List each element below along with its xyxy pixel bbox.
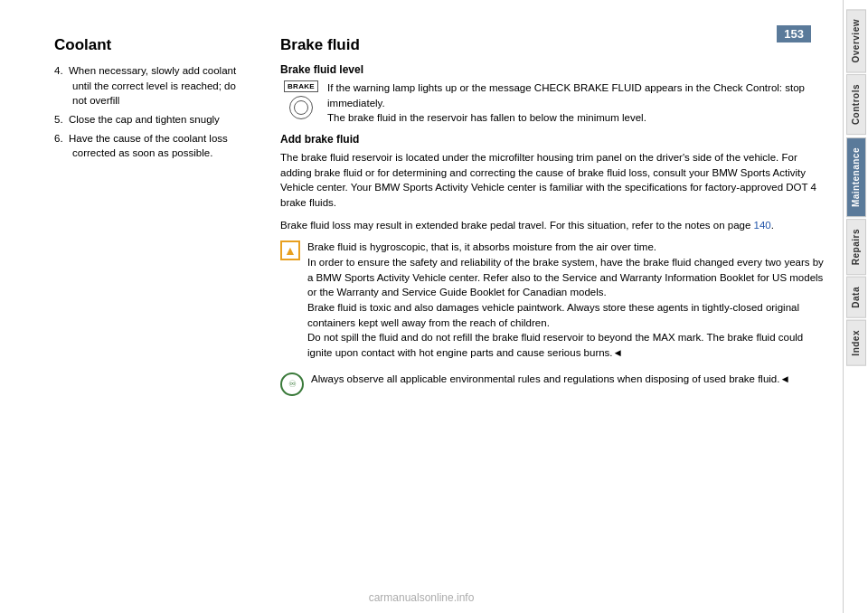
sidebar: Overview Controls Maintenance Repairs Da… xyxy=(843,0,868,613)
page-number-badge: 153 xyxy=(777,25,811,42)
min-inner-circle xyxy=(294,100,308,115)
sidebar-tab-index[interactable]: Index xyxy=(846,320,866,366)
coolant-list: 4. When necessary, slowly add coolant un… xyxy=(54,63,253,161)
brake-fluid-section: Brake fluid Brake fluid level BRAKE If t… xyxy=(280,36,825,407)
env-icon: ♾ xyxy=(280,373,304,396)
add-brake-title: Add brake fluid xyxy=(280,133,825,146)
env-box: ♾ Always observe all applicable environm… xyxy=(280,372,825,396)
add-brake-body: The brake fluid reservoir is located und… xyxy=(280,150,825,211)
min-level-icon xyxy=(289,96,313,119)
list-item: 5. Close the cap and tighten snugly xyxy=(54,112,253,127)
sidebar-tab-repairs[interactable]: Repairs xyxy=(846,219,866,275)
brake-level-text: If the warning lamp lights up or the mes… xyxy=(327,80,825,126)
sidebar-tab-data[interactable]: Data xyxy=(846,277,866,318)
sidebar-tab-overview[interactable]: Overview xyxy=(846,9,866,72)
sidebar-tab-controls[interactable]: Controls xyxy=(846,74,866,135)
brake-label-box: BRAKE xyxy=(284,80,318,92)
brake-level-row: BRAKE If the warning lamp lights up or t… xyxy=(280,80,825,126)
page-number: 153 xyxy=(784,27,804,41)
page-link[interactable]: 140 xyxy=(754,220,771,231)
brake-icons-col: BRAKE xyxy=(280,80,322,126)
brake-level-title: Brake fluid level xyxy=(280,63,825,76)
warning-box-text: Brake fluid is hygroscopic, that is, it … xyxy=(307,240,825,360)
list-item: 6. Have the cause of the coolant loss co… xyxy=(54,131,253,161)
sidebar-tab-maintenance[interactable]: Maintenance xyxy=(846,137,866,217)
warning-box: ▲ Brake fluid is hygroscopic, that is, i… xyxy=(280,240,825,360)
env-box-text: Always observe all applicable environmen… xyxy=(311,372,825,387)
columns-layout: Coolant 4. When necessary, slowly add co… xyxy=(54,36,825,407)
list-item: 4. When necessary, slowly add coolant un… xyxy=(54,63,253,108)
brake-fluid-title: Brake fluid xyxy=(280,36,825,54)
coolant-section: Coolant 4. When necessary, slowly add co… xyxy=(54,36,253,407)
main-content: 153 Coolant 4. When necessary, slowly ad… xyxy=(0,0,843,613)
brake-loss-text: Brake fluid loss may result in extended … xyxy=(280,218,825,233)
page-container: 153 Coolant 4. When necessary, slowly ad… xyxy=(0,0,868,613)
watermark: carmanualsonline.info xyxy=(369,591,475,604)
warning-triangle-icon: ▲ xyxy=(280,240,300,260)
coolant-title: Coolant xyxy=(54,36,253,54)
